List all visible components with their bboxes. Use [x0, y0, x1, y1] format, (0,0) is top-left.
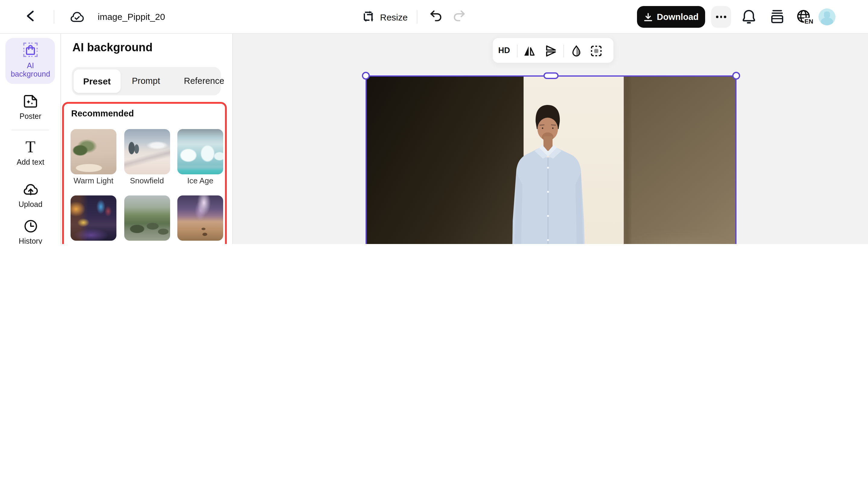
svg-text:T: T: [26, 141, 36, 154]
svg-text:EN: EN: [804, 18, 813, 25]
